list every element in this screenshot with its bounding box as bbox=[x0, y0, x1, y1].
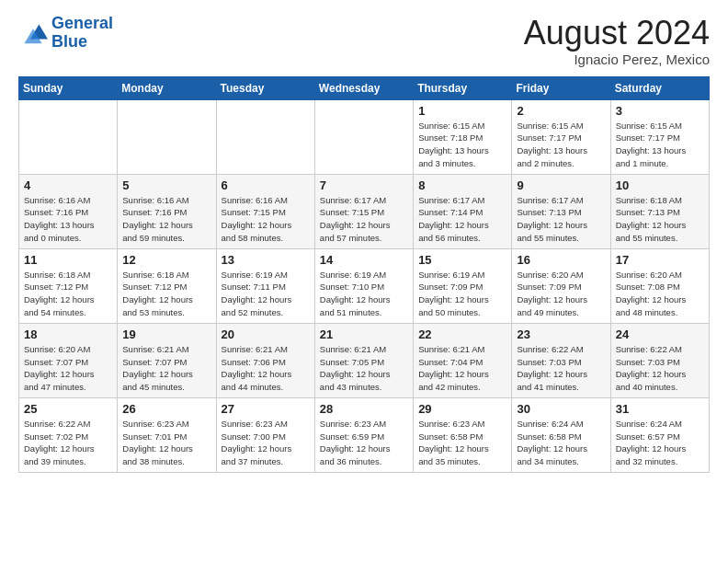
day-number: 2 bbox=[517, 104, 605, 118]
day-info: Sunrise: 6:22 AMSunset: 7:03 PMDaylight:… bbox=[616, 343, 704, 394]
calendar-week-0: 1Sunrise: 6:15 AMSunset: 7:18 PMDaylight… bbox=[19, 99, 710, 174]
day-info: Sunrise: 6:18 AMSunset: 7:12 PMDaylight:… bbox=[122, 269, 210, 319]
day-info: Sunrise: 6:17 AMSunset: 7:13 PMDaylight:… bbox=[517, 194, 605, 245]
calendar-cell: 4Sunrise: 6:16 AMSunset: 7:16 PMDaylight… bbox=[19, 174, 118, 248]
day-info: Sunrise: 6:16 AMSunset: 7:15 PMDaylight:… bbox=[222, 194, 310, 245]
day-info: Sunrise: 6:15 AMSunset: 7:18 PMDaylight:… bbox=[418, 120, 506, 170]
weekday-header-row: SundayMondayTuesdayWednesdayThursdayFrid… bbox=[19, 76, 710, 99]
day-number: 19 bbox=[122, 327, 210, 341]
calendar-cell: 20Sunrise: 6:21 AMSunset: 7:06 PMDayligh… bbox=[216, 323, 314, 397]
calendar-week-1: 4Sunrise: 6:16 AMSunset: 7:16 PMDaylight… bbox=[19, 174, 710, 248]
day-info: Sunrise: 6:15 AMSunset: 7:17 PMDaylight:… bbox=[616, 120, 704, 170]
day-number: 1 bbox=[418, 104, 506, 118]
weekday-saturday: Saturday bbox=[610, 76, 709, 99]
day-info: Sunrise: 6:23 AMSunset: 7:00 PMDaylight:… bbox=[222, 418, 310, 468]
day-info: Sunrise: 6:17 AMSunset: 7:14 PMDaylight:… bbox=[418, 194, 506, 245]
calendar-cell: 16Sunrise: 6:20 AMSunset: 7:09 PMDayligh… bbox=[512, 248, 610, 323]
calendar-cell: 12Sunrise: 6:18 AMSunset: 7:12 PMDayligh… bbox=[118, 248, 216, 323]
day-info: Sunrise: 6:19 AMSunset: 7:10 PMDaylight:… bbox=[320, 269, 408, 319]
day-number: 31 bbox=[616, 402, 704, 416]
day-number: 29 bbox=[418, 402, 506, 416]
calendar-cell: 10Sunrise: 6:18 AMSunset: 7:13 PMDayligh… bbox=[610, 174, 709, 248]
day-number: 25 bbox=[24, 402, 112, 416]
logo-line2: Blue bbox=[51, 32, 87, 51]
calendar-cell bbox=[216, 99, 314, 174]
calendar-cell: 21Sunrise: 6:21 AMSunset: 7:05 PMDayligh… bbox=[314, 323, 413, 397]
calendar-cell: 18Sunrise: 6:20 AMSunset: 7:07 PMDayligh… bbox=[19, 323, 118, 397]
header: General Blue August 2024 Ignacio Perez, … bbox=[18, 15, 710, 67]
day-number: 18 bbox=[24, 327, 112, 341]
calendar-cell: 23Sunrise: 6:22 AMSunset: 7:03 PMDayligh… bbox=[512, 323, 610, 397]
day-info: Sunrise: 6:16 AMSunset: 7:16 PMDaylight:… bbox=[24, 194, 112, 245]
calendar-cell: 28Sunrise: 6:23 AMSunset: 6:59 PMDayligh… bbox=[314, 397, 413, 472]
day-number: 3 bbox=[616, 104, 704, 118]
day-info: Sunrise: 6:21 AMSunset: 7:06 PMDaylight:… bbox=[222, 343, 310, 394]
page: General Blue August 2024 Ignacio Perez, … bbox=[0, 0, 728, 563]
day-number: 14 bbox=[320, 253, 408, 267]
day-number: 24 bbox=[616, 327, 704, 341]
calendar-cell: 27Sunrise: 6:23 AMSunset: 7:00 PMDayligh… bbox=[216, 397, 314, 472]
day-info: Sunrise: 6:18 AMSunset: 7:13 PMDaylight:… bbox=[616, 194, 704, 245]
day-number: 10 bbox=[616, 178, 704, 192]
calendar-week-4: 25Sunrise: 6:22 AMSunset: 7:02 PMDayligh… bbox=[19, 397, 710, 472]
calendar-cell: 5Sunrise: 6:16 AMSunset: 7:16 PMDaylight… bbox=[118, 174, 216, 248]
weekday-thursday: Thursday bbox=[414, 76, 512, 99]
calendar-cell: 8Sunrise: 6:17 AMSunset: 7:14 PMDaylight… bbox=[414, 174, 512, 248]
day-number: 22 bbox=[418, 327, 506, 341]
calendar-cell: 22Sunrise: 6:21 AMSunset: 7:04 PMDayligh… bbox=[414, 323, 512, 397]
calendar-cell: 17Sunrise: 6:20 AMSunset: 7:08 PMDayligh… bbox=[610, 248, 709, 323]
day-info: Sunrise: 6:16 AMSunset: 7:16 PMDaylight:… bbox=[122, 194, 210, 245]
day-info: Sunrise: 6:24 AMSunset: 6:57 PMDaylight:… bbox=[616, 418, 704, 468]
weekday-monday: Monday bbox=[118, 76, 216, 99]
day-info: Sunrise: 6:20 AMSunset: 7:09 PMDaylight:… bbox=[517, 269, 605, 319]
day-info: Sunrise: 6:22 AMSunset: 7:02 PMDaylight:… bbox=[24, 418, 112, 468]
weekday-sunday: Sunday bbox=[19, 76, 118, 99]
calendar-cell: 9Sunrise: 6:17 AMSunset: 7:13 PMDaylight… bbox=[512, 174, 610, 248]
weekday-friday: Friday bbox=[512, 76, 610, 99]
day-number: 23 bbox=[517, 327, 605, 341]
day-number: 26 bbox=[122, 402, 210, 416]
day-info: Sunrise: 6:20 AMSunset: 7:07 PMDaylight:… bbox=[24, 343, 112, 394]
calendar-week-2: 11Sunrise: 6:18 AMSunset: 7:12 PMDayligh… bbox=[19, 248, 710, 323]
day-info: Sunrise: 6:23 AMSunset: 6:58 PMDaylight:… bbox=[418, 418, 506, 468]
day-info: Sunrise: 6:18 AMSunset: 7:12 PMDaylight:… bbox=[24, 269, 112, 319]
day-info: Sunrise: 6:23 AMSunset: 7:01 PMDaylight:… bbox=[122, 418, 210, 468]
calendar-table: SundayMondayTuesdayWednesdayThursdayFrid… bbox=[18, 76, 710, 473]
calendar-cell: 19Sunrise: 6:21 AMSunset: 7:07 PMDayligh… bbox=[118, 323, 216, 397]
calendar-cell bbox=[19, 99, 118, 174]
day-number: 13 bbox=[222, 253, 310, 267]
day-info: Sunrise: 6:21 AMSunset: 7:04 PMDaylight:… bbox=[418, 343, 506, 394]
calendar-cell bbox=[118, 99, 216, 174]
day-info: Sunrise: 6:15 AMSunset: 7:17 PMDaylight:… bbox=[517, 120, 605, 170]
day-number: 6 bbox=[222, 178, 310, 192]
day-number: 15 bbox=[418, 253, 506, 267]
day-info: Sunrise: 6:21 AMSunset: 7:07 PMDaylight:… bbox=[122, 343, 210, 394]
calendar-cell: 2Sunrise: 6:15 AMSunset: 7:17 PMDaylight… bbox=[512, 99, 610, 174]
logo: General Blue bbox=[18, 15, 113, 52]
calendar-cell: 29Sunrise: 6:23 AMSunset: 6:58 PMDayligh… bbox=[414, 397, 512, 472]
calendar-cell: 24Sunrise: 6:22 AMSunset: 7:03 PMDayligh… bbox=[610, 323, 709, 397]
weekday-tuesday: Tuesday bbox=[216, 76, 314, 99]
calendar-cell: 25Sunrise: 6:22 AMSunset: 7:02 PMDayligh… bbox=[19, 397, 118, 472]
calendar-cell: 6Sunrise: 6:16 AMSunset: 7:15 PMDaylight… bbox=[216, 174, 314, 248]
logo-text: General Blue bbox=[51, 15, 113, 52]
day-info: Sunrise: 6:20 AMSunset: 7:08 PMDaylight:… bbox=[616, 269, 704, 319]
day-number: 9 bbox=[517, 178, 605, 192]
day-info: Sunrise: 6:22 AMSunset: 7:03 PMDaylight:… bbox=[517, 343, 605, 394]
day-info: Sunrise: 6:19 AMSunset: 7:11 PMDaylight:… bbox=[222, 269, 310, 319]
day-info: Sunrise: 6:23 AMSunset: 6:59 PMDaylight:… bbox=[320, 418, 408, 468]
calendar-cell: 13Sunrise: 6:19 AMSunset: 7:11 PMDayligh… bbox=[216, 248, 314, 323]
day-number: 28 bbox=[320, 402, 408, 416]
day-number: 20 bbox=[222, 327, 310, 341]
day-number: 7 bbox=[320, 178, 408, 192]
calendar-cell: 1Sunrise: 6:15 AMSunset: 7:18 PMDaylight… bbox=[414, 99, 512, 174]
logo-line1: General bbox=[51, 14, 113, 32]
calendar-cell: 11Sunrise: 6:18 AMSunset: 7:12 PMDayligh… bbox=[19, 248, 118, 323]
calendar-cell: 3Sunrise: 6:15 AMSunset: 7:17 PMDaylight… bbox=[610, 99, 709, 174]
subtitle: Ignacio Perez, Mexico bbox=[524, 52, 710, 67]
day-number: 21 bbox=[320, 327, 408, 341]
day-info: Sunrise: 6:21 AMSunset: 7:05 PMDaylight:… bbox=[320, 343, 408, 394]
day-number: 16 bbox=[517, 253, 605, 267]
title-block: August 2024 Ignacio Perez, Mexico bbox=[524, 15, 710, 67]
month-title: August 2024 bbox=[524, 15, 710, 52]
